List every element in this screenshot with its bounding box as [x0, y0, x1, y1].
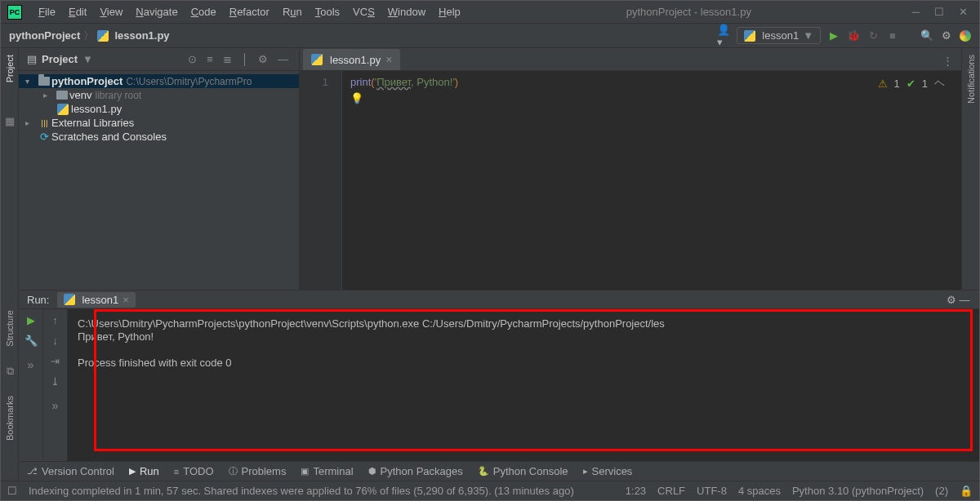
tree-scratches[interactable]: ⟳ Scratches and Consoles	[19, 130, 299, 144]
run-tab-label: lesson1	[82, 294, 118, 306]
menu-vcs[interactable]: VCS	[348, 4, 380, 20]
hide-panel-icon[interactable]: —	[275, 53, 291, 65]
intention-bulb-icon[interactable]: 💡	[350, 92, 363, 104]
tree-external-libraries[interactable]: ▸ ⫼ External Libraries	[19, 116, 299, 130]
add-user-icon[interactable]: 👤▾	[717, 29, 730, 42]
status-tool-windows-icon[interactable]: ☐	[7, 485, 17, 497]
titlebar: PC File Edit View Navigate Code Refactor…	[1, 1, 979, 24]
tree-venv[interactable]: ▸ venv library root	[19, 88, 299, 102]
menu-window[interactable]: Window	[383, 4, 430, 20]
status-encoding[interactable]: UTF-8	[697, 485, 727, 497]
right-tool-rail: Notifications	[961, 48, 979, 290]
menu-edit[interactable]: Edit	[64, 4, 91, 20]
run-config-label: lesson1	[762, 29, 799, 42]
run-tab-lesson1[interactable]: lesson1 ×	[57, 292, 135, 308]
close-tab-icon[interactable]: ×	[122, 294, 129, 306]
status-bar: ☐ Indexing completed in 1 min, 57 sec. S…	[1, 481, 979, 500]
menu-help[interactable]: Help	[434, 4, 466, 20]
main-menu: File Edit View Navigate Code Refactor Ru…	[33, 4, 466, 20]
menu-navigate[interactable]: Navigate	[131, 4, 182, 20]
hide-run-panel-icon[interactable]: —	[958, 293, 971, 306]
tree-file-lesson1[interactable]: lesson1.py	[19, 102, 299, 116]
breadcrumb[interactable]: pythonProject 〉 lesson1.py	[9, 29, 170, 43]
menu-view[interactable]: View	[95, 4, 127, 20]
expand-all-icon[interactable]: ≡	[204, 53, 216, 65]
run-more-icon[interactable]: »	[24, 355, 38, 375]
more-run-icon[interactable]: ↻	[866, 29, 880, 42]
settings-icon[interactable]: ⚙	[940, 29, 953, 42]
nav-bar: pythonProject 〉 lesson1.py 👤▾ lesson1 ▼ …	[1, 24, 979, 48]
color-picker-icon[interactable]	[960, 30, 971, 42]
menu-refactor[interactable]: Refactor	[225, 4, 274, 20]
collapse-all-icon[interactable]: ≣	[220, 53, 234, 65]
rail-bookmarks[interactable]: Bookmarks	[5, 396, 15, 441]
debug-button[interactable]: 🐞	[847, 29, 860, 42]
structure-icon[interactable]: ⧉	[7, 365, 14, 378]
status-notifications[interactable]: (2)	[935, 485, 948, 497]
close-button[interactable]: ✕	[959, 6, 968, 18]
menu-run[interactable]: Run	[278, 4, 307, 20]
tool-problems[interactable]: ⓘProblems	[229, 465, 287, 477]
chevron-up-icon[interactable]: ヘ	[934, 76, 945, 91]
editor-more-icon[interactable]: ⋮	[934, 51, 961, 70]
soft-wrap-icon[interactable]: ⇥	[51, 355, 60, 367]
check-icon: ✔	[906, 78, 915, 90]
status-message: Indexing completed in 1 min, 57 sec. Sha…	[29, 485, 574, 497]
menu-file[interactable]: File	[33, 4, 60, 20]
tool-services[interactable]: ▸Services	[583, 465, 633, 477]
python-file-icon	[97, 30, 109, 42]
tool-run[interactable]: ▶Run	[129, 465, 159, 477]
scroll-to-end-icon[interactable]: ⤓	[51, 375, 60, 388]
tool-terminal[interactable]: ▣Terminal	[301, 465, 353, 477]
run-settings-icon[interactable]: ⚙	[945, 293, 958, 306]
rerun-button[interactable]: ▶	[27, 314, 35, 326]
project-panel-title: Project	[42, 53, 78, 65]
maximize-button[interactable]: ☐	[934, 6, 944, 18]
tool-python-packages[interactable]: ⬢Python Packages	[368, 465, 463, 477]
stop-button[interactable]: ■	[886, 29, 899, 42]
up-arrow-icon[interactable]: ↑	[52, 314, 58, 326]
minimize-button[interactable]: ─	[912, 6, 920, 18]
rail-project[interactable]: Project	[5, 55, 15, 82]
tree-root[interactable]: ▾ pythonProject C:\Users\Dmitry\PycharmP…	[19, 74, 299, 88]
panel-settings-icon[interactable]: ⚙	[256, 53, 270, 65]
run-button[interactable]: ▶	[827, 29, 840, 42]
menu-code[interactable]: Code	[186, 4, 221, 20]
status-indent[interactable]: 4 spaces	[738, 485, 781, 497]
lock-icon[interactable]: 🔒	[960, 485, 973, 497]
python-file-icon	[64, 294, 75, 305]
gutter: 1	[300, 71, 342, 290]
run-more-icon-2[interactable]: »	[49, 396, 62, 415]
run-title: Run:	[27, 294, 49, 306]
run-config-selector[interactable]: lesson1 ▼	[737, 27, 821, 44]
warning-icon: ⚠	[878, 78, 888, 90]
rail-structure[interactable]: Structure	[5, 310, 15, 347]
inspection-widget[interactable]: ⚠1 ✔1 ヘ	[878, 76, 945, 91]
status-interpreter[interactable]: Python 3.10 (pythonProject)	[792, 485, 924, 497]
project-tree: ▾ pythonProject C:\Users\Dmitry\PycharmP…	[19, 71, 299, 147]
bottom-tool-strip: ⎇Version Control ▶Run ≡TODO ⓘProblems ▣T…	[19, 461, 979, 481]
status-line-ending[interactable]: CRLF	[657, 485, 685, 497]
editor-tab-label: lesson1.py	[330, 54, 381, 66]
rail-notifications[interactable]: Notifications	[966, 55, 976, 104]
editor: lesson1.py × ⋮ 1 print('Привет, Python!'…	[300, 48, 961, 290]
status-caret-pos[interactable]: 1:23	[626, 485, 646, 497]
breadcrumb-project[interactable]: pythonProject	[9, 29, 80, 42]
breadcrumb-file[interactable]: lesson1.py	[114, 29, 169, 42]
rail-squares-icon[interactable]: ▦	[5, 115, 15, 127]
menu-tools[interactable]: Tools	[310, 4, 345, 20]
down-arrow-icon[interactable]: ↓	[52, 335, 58, 347]
window-title: pythonProject - lesson1.py	[466, 6, 912, 18]
project-panel: ▤ Project ▼ ⊙ ≡ ≣ │ ⚙ — ▾ pythonProject	[19, 48, 300, 290]
select-open-file-icon[interactable]: ⊙	[185, 53, 199, 65]
editor-tab-lesson1[interactable]: lesson1.py ×	[303, 49, 400, 70]
run-output[interactable]: C:\Users\Dmitry\PycharmProjects\pythonPr…	[68, 309, 979, 461]
search-icon[interactable]: 🔍	[920, 29, 933, 42]
run-wrench-icon[interactable]: 🔧	[24, 335, 38, 347]
tool-python-console[interactable]: 🐍Python Console	[478, 465, 568, 477]
python-file-icon	[311, 54, 323, 65]
tool-todo[interactable]: ≡TODO	[174, 465, 214, 477]
code-editor[interactable]: 1 print('Привет, Python!') 💡 ⚠1 ✔1 ヘ	[300, 71, 961, 290]
close-tab-icon[interactable]: ×	[385, 53, 392, 66]
tool-version-control[interactable]: ⎇Version Control	[27, 465, 114, 477]
